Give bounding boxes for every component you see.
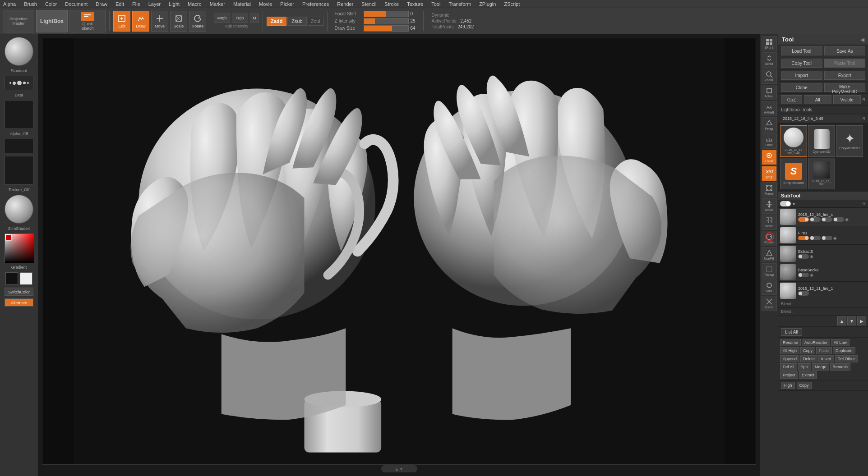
subtool-extract5-toggle-1[interactable] — [798, 254, 809, 259]
frame-button[interactable]: Frame — [762, 182, 777, 197]
black-swatch[interactable] — [5, 272, 18, 285]
quick-sketch-button[interactable]: Quick Sketch — [69, 10, 106, 32]
menu-zscript[interactable]: ZScript — [503, 1, 521, 7]
merge-button[interactable]: Merge — [812, 363, 829, 371]
scroll-button[interactable]: Scroll — [762, 52, 777, 68]
subtool-fire-s-toggle-4[interactable] — [833, 217, 844, 222]
tool-cylinder-item[interactable]: Cylinder3D — [808, 125, 835, 157]
menu-marker[interactable]: Marker — [208, 1, 226, 7]
subtool-fire-s-toggle-2[interactable] — [810, 217, 821, 222]
transp-button[interactable]: Transp — [762, 263, 777, 279]
actual-button[interactable]: Actual — [762, 85, 777, 100]
menu-macro[interactable]: Macro — [186, 1, 203, 7]
duplicate-button[interactable]: Duplicate — [833, 347, 855, 354]
goz-button[interactable]: GoZ — [781, 95, 802, 104]
menu-zplugin[interactable]: ZPlugin — [478, 1, 497, 7]
subtool-fire-s-toggle-3[interactable] — [822, 217, 832, 222]
aahalf-button[interactable]: AA AAHalf — [762, 101, 777, 116]
canvas-area[interactable]: ▲▼ — [38, 34, 760, 476]
alpha-preview[interactable] — [5, 100, 33, 129]
subtool-fire-s-eye[interactable]: ◉ — [845, 217, 849, 222]
subtool-toggle-main[interactable] — [780, 201, 791, 206]
menu-document[interactable]: Document — [64, 1, 89, 7]
del-all-button[interactable]: Del All — [780, 363, 797, 371]
persp-button[interactable]: Persp — [762, 117, 777, 133]
high-button[interactable]: High — [781, 382, 795, 389]
tool-panel-close[interactable]: ◀ — [860, 37, 864, 43]
tool-sphere-item[interactable]: 2015_12_16fire_3.48 — [780, 125, 807, 157]
all-high-button[interactable]: All High — [780, 347, 799, 354]
remesh-button[interactable]: Remesh — [830, 363, 851, 371]
draw-button[interactable]: Draw — [132, 11, 149, 32]
scale-button[interactable]: Scale — [170, 11, 187, 32]
scale-v-button[interactable]: Scale — [762, 215, 777, 230]
subtool-down-button[interactable]: ▼ — [847, 316, 856, 325]
menu-picker[interactable]: Picker — [279, 1, 295, 7]
texture-preview[interactable] — [5, 156, 33, 185]
subtool-fire-s-toggle-1[interactable] — [798, 217, 809, 222]
copy-subtool-button[interactable]: Copy — [800, 347, 815, 354]
subtool-fire1-toggle-2[interactable] — [810, 236, 821, 240]
lightbox-button[interactable]: LightBox — [36, 10, 68, 32]
append-button[interactable]: Append — [780, 355, 799, 362]
focal-shift-slider[interactable] — [364, 11, 409, 17]
subtool-fire1-eye[interactable]: ◉ — [833, 236, 837, 240]
paste-subtool-button[interactable]: Paste — [816, 347, 832, 354]
menu-transform[interactable]: Transform — [447, 1, 472, 7]
paste-tool-button[interactable]: Paste Tool — [824, 59, 866, 68]
menu-draw[interactable]: Draw — [94, 1, 109, 7]
subtool-fire1-toggle-1[interactable] — [798, 236, 809, 240]
all-button[interactable]: All — [804, 95, 831, 104]
del-other-button[interactable]: Del Other — [835, 355, 858, 362]
menu-light[interactable]: Light — [167, 1, 181, 7]
menu-file[interactable]: File — [131, 1, 142, 7]
rename-button[interactable]: Rename — [780, 339, 801, 346]
subtool-base-toggle-1[interactable] — [798, 273, 809, 277]
material-sphere-2[interactable] — [5, 195, 33, 224]
tool-star-item[interactable]: ✦ PolyMesh3D — [836, 125, 863, 157]
save-as-button[interactable]: Save As — [824, 46, 866, 55]
zadd-button[interactable]: Zadd — [267, 17, 286, 26]
material-sphere[interactable] — [5, 37, 33, 66]
load-tool-button[interactable]: Load Tool — [781, 46, 822, 55]
tool-s-item[interactable]: S SimpleBrush — [780, 158, 807, 189]
all-low-button[interactable]: All Low — [831, 339, 850, 346]
zoom-button[interactable]: Zoom — [762, 69, 777, 84]
tool-thumb-item[interactable]: 2015_12_16_fire — [808, 158, 835, 189]
mrgb-button[interactable]: Mrgb — [214, 14, 230, 23]
copy-bottom-button[interactable]: Copy — [797, 382, 812, 389]
rgb-button[interactable]: Rgb — [232, 14, 248, 23]
subtool-fire-s[interactable]: 2015_12_16_fire_s ◉ — [778, 208, 868, 226]
menu-render[interactable]: Render — [336, 1, 355, 7]
menu-edit[interactable]: Edit — [114, 1, 125, 7]
import-button[interactable]: Import — [781, 71, 822, 80]
auto-reorder-button[interactable]: AutoReorder — [802, 339, 830, 346]
subtool-extract5[interactable]: Extract5 ◉ — [778, 245, 868, 263]
list-all-button[interactable]: List All — [781, 328, 802, 336]
project-button[interactable]: Project — [780, 371, 798, 379]
zsub-button[interactable]: Zsub — [287, 17, 306, 26]
menu-preferences[interactable]: Preferences — [301, 1, 330, 7]
spix3-button[interactable]: SPix 3 — [762, 36, 777, 51]
menu-color[interactable]: Color — [44, 1, 58, 7]
rotate-v-button[interactable]: Rotate — [762, 231, 777, 246]
menu-stroke[interactable]: Stroke — [383, 1, 400, 7]
menu-texture[interactable]: Texture — [406, 1, 425, 7]
copy-tool-button[interactable]: Copy Tool — [781, 59, 822, 68]
m-button[interactable]: M — [250, 14, 259, 23]
color-swatch[interactable] — [5, 233, 33, 262]
xyz-button[interactable]: XYZ XYZ — [762, 166, 777, 181]
subtool-eye-icon[interactable]: 👁 — [862, 201, 866, 206]
visible-button[interactable]: Visible — [833, 95, 861, 104]
menu-brush[interactable]: Brush — [23, 1, 38, 7]
subtool-right-button[interactable]: ▶ — [857, 316, 866, 325]
draw-size-slider[interactable] — [364, 25, 409, 32]
subtool-fire1-toggle-3[interactable] — [822, 236, 832, 240]
menu-stencil[interactable]: Stencil — [360, 1, 378, 7]
white-swatch[interactable] — [20, 272, 32, 285]
subtool-fire1[interactable]: Fire1 ◉ — [778, 226, 868, 245]
switch-color-button[interactable]: SwitchColor — [5, 288, 33, 296]
edit-button[interactable]: Edit — [113, 11, 130, 32]
zcul-button[interactable]: Zcul — [308, 17, 323, 26]
menu-movie[interactable]: Movie — [258, 1, 273, 7]
